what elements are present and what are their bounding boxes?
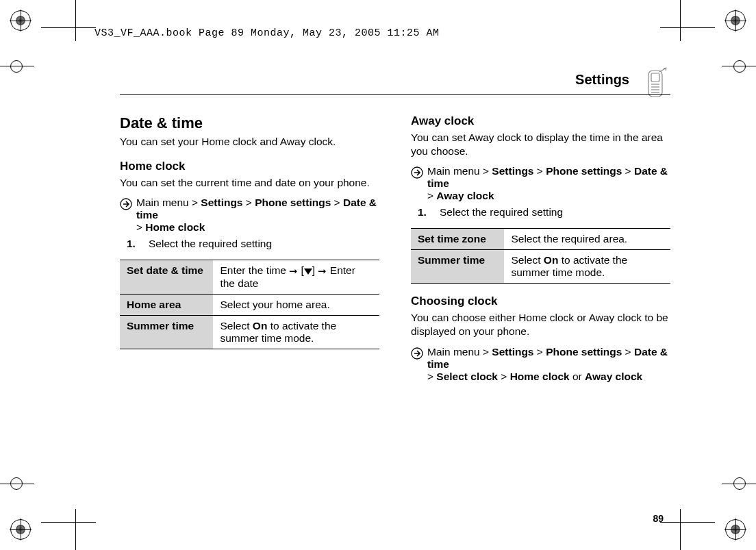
page: VS3_VF_AAA.book Page 89 Monday, May 23, … [0, 0, 756, 550]
registration-mark-bottom-right [725, 519, 746, 540]
step-number: 1. [418, 206, 430, 218]
heading-away-clock: Away clock [411, 114, 670, 128]
step-number: 1. [127, 238, 139, 250]
options-table-home-clock: Set date & time Enter the time ➞ [] ➞ En… [120, 260, 379, 349]
menu-path-away-clock: Main menu > Settings > Phone settings > … [411, 165, 670, 202]
menu-path-text: Main menu > Settings > Phone settings > … [427, 346, 670, 383]
step-text: Select the required setting [440, 206, 563, 218]
registration-mark-bottom-left [10, 519, 31, 540]
table-row: Home area Select your home area. [120, 295, 379, 316]
option-name: Home area [120, 295, 213, 316]
step-list: 1. Select the required setting [418, 206, 670, 218]
step-item: 1. Select the required setting [418, 206, 670, 218]
page-number: 89 [653, 513, 664, 524]
body-text: You can set Away clock to display the ti… [411, 131, 670, 158]
intro-text: You can set your Home clock and Away clo… [120, 135, 379, 149]
section-header: Settings [120, 72, 670, 106]
menu-path-home-clock: Main menu > Settings > Phone settings > … [120, 197, 379, 234]
option-desc: Select On to activate the summer time mo… [213, 316, 379, 349]
menu-path-text: Main menu > Settings > Phone settings > … [427, 165, 670, 202]
option-name: Summer time [120, 316, 213, 349]
arrow-right-icon [411, 166, 423, 182]
svg-rect-1 [651, 73, 659, 82]
body-text: You can choose either Home clock or Away… [411, 311, 670, 338]
option-desc: Enter the time ➞ [] ➞ Enter the date [213, 260, 379, 295]
menu-path-text: Main menu > Settings > Phone settings > … [136, 197, 379, 234]
heading-date-time: Date & time [120, 114, 379, 132]
registration-mark-top-right [725, 10, 746, 31]
page-title: Settings [575, 72, 629, 88]
horizontal-rule [120, 94, 670, 95]
body-text: You can set the current time and date on… [120, 176, 379, 190]
heading-home-clock: Home clock [120, 160, 379, 173]
option-desc: Select the required area. [504, 229, 670, 250]
table-row: Summer time Select On to activate the su… [120, 316, 379, 349]
table-row: Summer time Select On to activate the su… [411, 250, 670, 284]
table-row: Set date & time Enter the time ➞ [] ➞ En… [120, 260, 379, 295]
registration-mark-top-left [10, 10, 31, 31]
step-text: Select the required setting [149, 238, 272, 250]
menu-path-select-clock: Main menu > Settings > Phone settings > … [411, 346, 670, 383]
page-header-metadata: VS3_VF_AAA.book Page 89 Monday, May 23, … [94, 27, 440, 39]
option-desc: Select On to activate the summer time mo… [504, 250, 670, 284]
heading-choosing-clock: Choosing clock [411, 295, 670, 308]
option-desc: Select your home area. [213, 295, 379, 316]
step-item: 1. Select the required setting [127, 238, 379, 250]
step-list: 1. Select the required setting [127, 238, 379, 250]
down-triangle-icon [304, 268, 312, 275]
column-right: Away clock You can set Away clock to dis… [411, 114, 670, 387]
option-name: Summer time [411, 250, 504, 284]
table-row: Set time zone Select the required area. [411, 229, 670, 250]
options-table-away-clock: Set time zone Select the required area. … [411, 228, 670, 284]
option-name: Set date & time [120, 260, 213, 295]
arrow-right-icon [411, 347, 423, 362]
option-name: Set time zone [411, 229, 504, 250]
content-area: Settings Date & time You can set your Ho… [120, 72, 670, 509]
arrow-right-icon [120, 198, 132, 213]
column-left: Date & time You can set your Home clock … [120, 114, 379, 387]
